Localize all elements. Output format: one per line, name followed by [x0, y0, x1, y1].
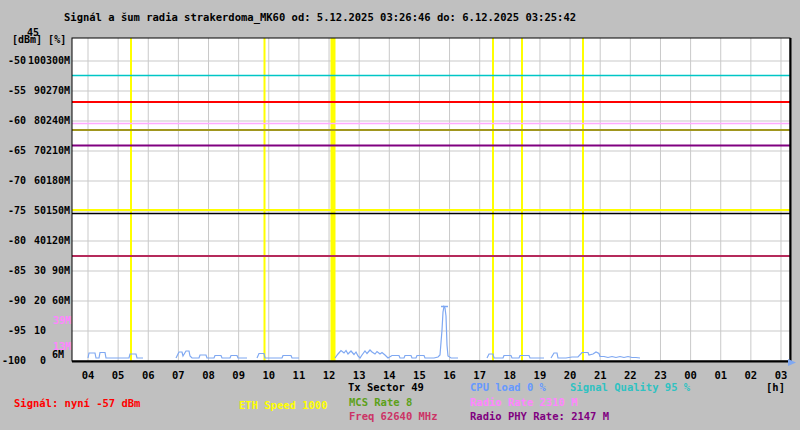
x-label-hour: 03 — [769, 369, 793, 381]
x-label-hour: 01 — [709, 369, 733, 381]
x-label-hour: 08 — [197, 369, 221, 381]
x-axis-unit-label: [h] — [766, 381, 785, 393]
y-label-rate: 90M — [42, 265, 70, 277]
y-label-dbm: -95 — [0, 325, 26, 337]
legend-tx-sector: Tx Sector 49 — [348, 381, 424, 393]
event-marker-line — [331, 38, 336, 361]
x-label-hour: 14 — [377, 369, 401, 381]
y-label-dbm: -50 — [0, 55, 26, 67]
y-label-dbm: -65 — [0, 145, 26, 157]
y-label-dbm: -85 — [0, 265, 26, 277]
x-label-hour: 19 — [528, 369, 552, 381]
x-label-hour: 22 — [618, 369, 642, 381]
axis-end-arrow — [788, 359, 796, 366]
mcs-rate-line — [72, 129, 790, 131]
y-label-rate: 180M — [42, 175, 70, 187]
y-label-dbm: -90 — [0, 295, 26, 307]
legend-radio-rate: Radio Rate 2310 M — [470, 396, 577, 408]
event-marker-line — [130, 38, 132, 361]
freq-line — [72, 255, 790, 257]
eth-speed-line — [72, 209, 790, 211]
x-label-hour: 18 — [498, 369, 522, 381]
x-label-hour: 10 — [257, 369, 281, 381]
y-label-dbm: -80 — [0, 235, 26, 247]
plot-background — [72, 38, 790, 361]
x-label-hour: 16 — [438, 369, 462, 381]
legend-signal-quality: Signal Quality 95 % — [570, 381, 690, 393]
x-label-hour: 13 — [347, 369, 371, 381]
legend-eth-speed: ETH Speed 1000 — [239, 399, 328, 411]
graph-title: Signál a šum radia strakerdoma_MK60 od: … — [64, 11, 576, 23]
x-label-hour: 00 — [679, 369, 703, 381]
x-label-hour: 11 — [287, 369, 311, 381]
y-label-dbm: -55 — [0, 85, 26, 97]
y-label-rate-marker: 39M — [31, 315, 71, 327]
y-label-rate: 150M — [42, 205, 70, 217]
legend-cpu-load: CPU load 0 % — [470, 381, 546, 393]
y-label-dbm: -60 — [0, 115, 26, 127]
radio-phy-rate-line — [72, 145, 790, 147]
signal-line — [72, 101, 790, 103]
y-label-rate: 210M — [42, 145, 70, 157]
x-label-hour: 21 — [588, 369, 612, 381]
y-label-rate: 270M — [42, 85, 70, 97]
legend-freq: Freq 62640 MHz — [349, 410, 438, 422]
x-label-hour: 09 — [227, 369, 251, 381]
x-label-hour: 05 — [106, 369, 130, 381]
event-marker-line — [521, 38, 523, 361]
event-marker-line — [582, 38, 584, 361]
y-label-rate: 240M — [42, 115, 70, 127]
event-marker-line — [264, 38, 266, 361]
x-label-hour: 07 — [166, 369, 190, 381]
chart-plot-area — [0, 0, 800, 430]
x-label-hour: 17 — [468, 369, 492, 381]
tx-sector-line — [72, 213, 790, 215]
y-label-rate: 60M — [42, 295, 70, 307]
y-label-rate: 300M — [42, 55, 70, 67]
x-label-hour: 04 — [76, 369, 100, 381]
x-label-hour: 12 — [317, 369, 341, 381]
x-label-hour: 20 — [558, 369, 582, 381]
legend-signal-now: Signál: nyní -57 dBm — [14, 397, 140, 409]
event-marker-line — [492, 38, 494, 361]
y-label-rate-marker: 6M — [24, 349, 64, 361]
y-label-dbm: -75 — [0, 205, 26, 217]
legend-mcs-rate: MCS Rate 8 — [349, 396, 412, 408]
y-axis-units-label: [dBm] [%] — [12, 34, 66, 45]
radio-rate-line — [72, 123, 790, 125]
mrtg-graph-screenshot: { "title": "Signál a šum radia strakerdo… — [0, 0, 800, 430]
x-label-hour: 02 — [739, 369, 763, 381]
y-label-dbm: -70 — [0, 175, 26, 187]
y-label-dbm: -100 — [0, 355, 26, 367]
x-label-hour: 23 — [648, 369, 672, 381]
signal-quality-line — [72, 75, 790, 77]
x-label-hour: 06 — [136, 369, 160, 381]
y-label-rate: 120M — [42, 235, 70, 247]
legend-radio-phy-rate: Radio PHY Rate: 2147 M — [470, 410, 609, 422]
x-label-hour: 15 — [407, 369, 431, 381]
